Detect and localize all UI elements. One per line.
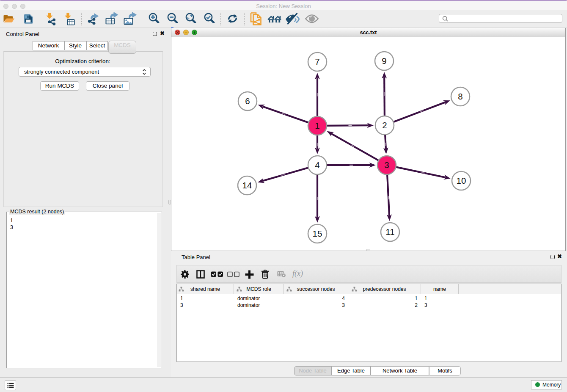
svg-text:1: 1 — [315, 121, 319, 130]
svg-text:10: 10 — [457, 176, 466, 185]
svg-text:3: 3 — [384, 160, 389, 170]
svg-text:8: 8 — [458, 91, 462, 101]
svg-text:9: 9 — [382, 56, 386, 66]
svg-text:4: 4 — [315, 160, 319, 170]
svg-text:7: 7 — [315, 57, 319, 66]
svg-text:15: 15 — [313, 229, 322, 238]
svg-text:2: 2 — [382, 120, 387, 130]
svg-text:14: 14 — [242, 180, 252, 190]
svg-text:6: 6 — [245, 96, 250, 106]
svg-text:11: 11 — [385, 227, 394, 237]
